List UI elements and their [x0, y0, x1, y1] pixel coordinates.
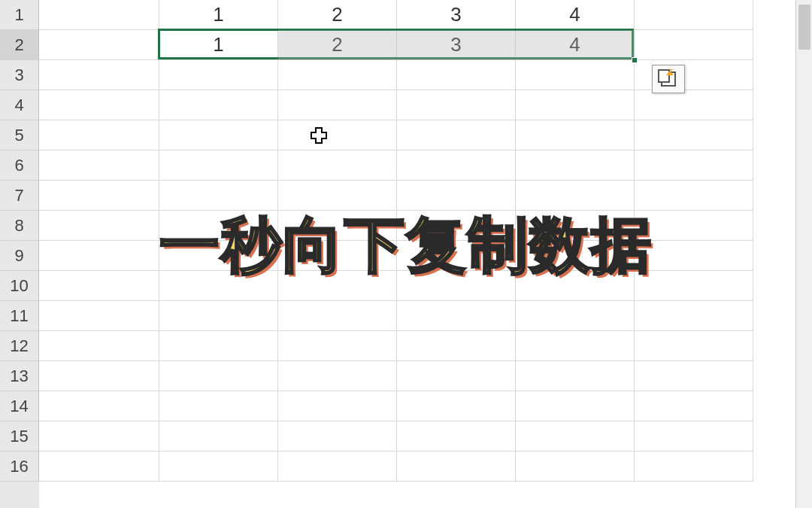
- cell[interactable]: [516, 452, 635, 482]
- row-header[interactable]: 3: [0, 60, 39, 90]
- cell[interactable]: [159, 452, 278, 482]
- cell[interactable]: [159, 211, 278, 241]
- cell[interactable]: [516, 361, 635, 391]
- cell[interactable]: [39, 241, 159, 271]
- cell[interactable]: [397, 301, 516, 331]
- cell[interactable]: [635, 271, 753, 301]
- fill-handle[interactable]: [632, 57, 638, 63]
- row-header[interactable]: 8: [0, 211, 39, 241]
- cell[interactable]: [397, 391, 516, 421]
- row-header[interactable]: 16: [0, 452, 39, 482]
- row-header[interactable]: 6: [0, 151, 39, 181]
- cell[interactable]: [516, 60, 635, 90]
- cell[interactable]: [39, 211, 159, 241]
- row-header[interactable]: 1: [0, 0, 39, 30]
- cell[interactable]: [516, 391, 635, 421]
- row-header[interactable]: 9: [0, 241, 39, 271]
- cell[interactable]: [516, 241, 635, 271]
- cell[interactable]: [39, 30, 159, 60]
- cell[interactable]: [397, 271, 516, 301]
- cell[interactable]: [397, 331, 516, 361]
- cell[interactable]: [278, 452, 397, 482]
- vertical-scrollbar[interactable]: [795, 0, 812, 508]
- cell[interactable]: 3: [397, 0, 516, 30]
- cell[interactable]: [635, 241, 753, 271]
- row-header[interactable]: 11: [0, 301, 39, 331]
- cell[interactable]: [159, 151, 278, 181]
- cell[interactable]: [39, 421, 159, 452]
- cell[interactable]: [397, 90, 516, 120]
- cell[interactable]: [397, 452, 516, 482]
- cell[interactable]: [516, 271, 635, 301]
- cell[interactable]: 1: [159, 30, 278, 60]
- cell[interactable]: [397, 241, 516, 271]
- row-header[interactable]: 13: [0, 361, 39, 391]
- cell[interactable]: [39, 452, 159, 482]
- cell[interactable]: [635, 181, 753, 211]
- cell[interactable]: [516, 181, 635, 211]
- cell[interactable]: [635, 30, 753, 60]
- cell[interactable]: [635, 151, 753, 181]
- cell[interactable]: [635, 391, 753, 421]
- cell[interactable]: [516, 421, 635, 452]
- cell[interactable]: [278, 391, 397, 421]
- cell[interactable]: [278, 151, 397, 181]
- cell[interactable]: [39, 60, 159, 90]
- cell[interactable]: [635, 211, 753, 241]
- cell[interactable]: [278, 331, 397, 361]
- cell[interactable]: [159, 331, 278, 361]
- cell[interactable]: [278, 361, 397, 391]
- cell[interactable]: [516, 120, 635, 151]
- paste-options-button[interactable]: [652, 65, 685, 93]
- cell[interactable]: [635, 421, 753, 452]
- cell[interactable]: [159, 301, 278, 331]
- row-header[interactable]: 4: [0, 90, 39, 120]
- cell[interactable]: [397, 211, 516, 241]
- cell[interactable]: [516, 90, 635, 120]
- row-header[interactable]: 2: [0, 30, 39, 60]
- cell[interactable]: [635, 90, 753, 120]
- row-header[interactable]: 14: [0, 391, 39, 421]
- cell[interactable]: [635, 361, 753, 391]
- cell[interactable]: [278, 60, 397, 90]
- cell[interactable]: [278, 211, 397, 241]
- scrollbar-thumb[interactable]: [798, 5, 810, 50]
- cell[interactable]: [635, 301, 753, 331]
- row-header[interactable]: 10: [0, 271, 39, 301]
- cell[interactable]: [159, 60, 278, 90]
- cell[interactable]: [278, 120, 397, 151]
- cell[interactable]: [159, 361, 278, 391]
- row-header[interactable]: 12: [0, 331, 39, 361]
- cell[interactable]: [516, 151, 635, 181]
- cell[interactable]: [39, 151, 159, 181]
- cell[interactable]: [516, 211, 635, 241]
- cell[interactable]: [39, 391, 159, 421]
- cell[interactable]: [39, 120, 159, 151]
- cell[interactable]: 4: [516, 0, 635, 30]
- cell-grid[interactable]: 12341234: [39, 0, 812, 508]
- cell[interactable]: [278, 301, 397, 331]
- cell[interactable]: [278, 241, 397, 271]
- cell[interactable]: [397, 421, 516, 452]
- cell[interactable]: [516, 301, 635, 331]
- cell[interactable]: [39, 361, 159, 391]
- cell[interactable]: [397, 60, 516, 90]
- cell[interactable]: [39, 271, 159, 301]
- cell[interactable]: [635, 120, 753, 151]
- cell[interactable]: [159, 271, 278, 301]
- row-header[interactable]: 5: [0, 120, 39, 151]
- cell[interactable]: [635, 452, 753, 482]
- cell[interactable]: [397, 120, 516, 151]
- cell[interactable]: [39, 181, 159, 211]
- cell[interactable]: [397, 361, 516, 391]
- cell[interactable]: [39, 331, 159, 361]
- cell[interactable]: [635, 0, 753, 30]
- cell[interactable]: 2: [278, 0, 397, 30]
- cell[interactable]: [159, 120, 278, 151]
- cell[interactable]: [397, 151, 516, 181]
- cell[interactable]: [159, 421, 278, 452]
- cell[interactable]: [159, 391, 278, 421]
- cell[interactable]: [516, 331, 635, 361]
- cell[interactable]: [39, 90, 159, 120]
- cell[interactable]: [39, 301, 159, 331]
